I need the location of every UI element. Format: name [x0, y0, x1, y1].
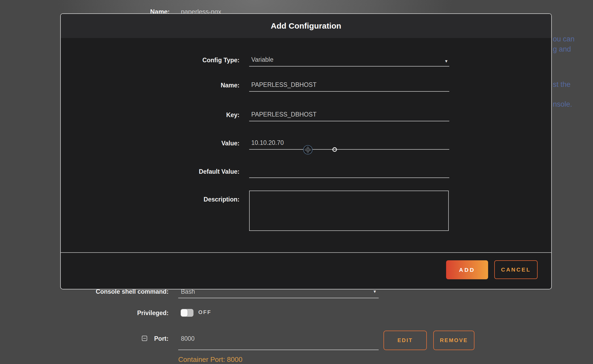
add-configuration-dialog: Add Configuration Config Type: ▼ Name: K… [60, 13, 552, 289]
privileged-toggle[interactable] [181, 309, 193, 317]
help-text-fragment: ou can [553, 35, 575, 43]
default-value-row: Default Value: [132, 165, 449, 178]
chevron-down-icon[interactable]: ▼ [373, 289, 377, 294]
config-type-select[interactable]: ▼ [249, 56, 449, 67]
privileged-label: Privileged: [54, 309, 169, 317]
name-row: Name: [132, 79, 449, 92]
port-underline [178, 350, 379, 350]
default-value-input[interactable] [251, 168, 447, 175]
edit-button[interactable]: EDIT [383, 331, 427, 350]
value-row: Value: [132, 137, 449, 150]
dialog-header: Add Configuration [61, 14, 551, 38]
port-label: Port: [154, 335, 169, 342]
name-label: Name: [132, 82, 240, 92]
help-text-fragment: g and [553, 45, 571, 53]
footer-divider [61, 252, 551, 253]
key-input[interactable] [251, 111, 447, 118]
value-input[interactable] [251, 139, 447, 146]
config-type-label: Config Type: [132, 57, 240, 67]
add-button[interactable]: ADD [446, 260, 488, 279]
config-type-value[interactable] [251, 56, 447, 63]
container-port-text: Container Port: 8000 [178, 355, 242, 364]
privileged-state: OFF [198, 309, 211, 315]
remove-button[interactable]: REMOVE [433, 331, 474, 350]
description-textarea[interactable] [249, 191, 449, 231]
key-row: Key: [132, 109, 449, 121]
value-label: Value: [132, 140, 240, 150]
help-text-fragment: nsole. [553, 100, 572, 109]
config-type-row: Config Type: ▼ [132, 54, 449, 67]
move-cursor-icon [303, 145, 313, 155]
click-indicator-icon [332, 147, 337, 152]
name-input[interactable] [251, 81, 447, 88]
description-label: Description: [132, 196, 240, 203]
dialog-title: Add Configuration [271, 21, 341, 30]
cancel-button[interactable]: CANCEL [494, 260, 538, 279]
collapse-minus-icon[interactable] [142, 336, 147, 341]
chevron-down-icon[interactable]: ▼ [444, 59, 448, 63]
default-value-label: Default Value: [132, 168, 240, 178]
help-text-fragment: st the [553, 80, 571, 89]
toggle-knob-icon [181, 309, 188, 316]
key-label: Key: [132, 111, 240, 121]
console-shell-underline [178, 298, 379, 298]
port-value[interactable]: 8000 [181, 335, 195, 342]
